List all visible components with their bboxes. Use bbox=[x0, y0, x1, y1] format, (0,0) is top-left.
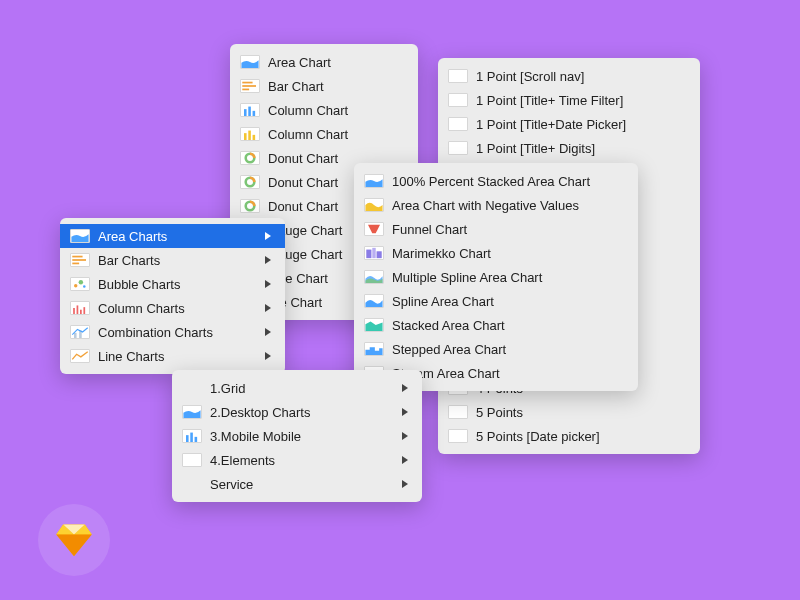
submenu-arrow-icon bbox=[402, 384, 408, 392]
menu-item[interactable]: Area Chart bbox=[230, 50, 418, 74]
svg-marker-37 bbox=[74, 535, 92, 557]
svg-rect-15 bbox=[72, 263, 79, 265]
menu-item[interactable]: 1 Point [Title+ Digits] bbox=[438, 136, 700, 160]
column-chart-icon bbox=[70, 301, 90, 315]
menu-item-desktop-charts[interactable]: 2.Desktop Charts bbox=[172, 400, 422, 424]
menu-item-grid[interactable]: 1.Grid bbox=[172, 376, 422, 400]
donut-chart-icon bbox=[240, 151, 260, 165]
menu-item-bubble-charts[interactable]: Bubble Charts bbox=[60, 272, 285, 296]
submenu-arrow-icon bbox=[402, 432, 408, 440]
menu-item-combination-charts[interactable]: Combination Charts bbox=[60, 320, 285, 344]
chart-categories-panel: Area Charts Bar Charts Bubble Charts Col… bbox=[60, 218, 285, 374]
menu-item-mobile[interactable]: 3.Mobile Mobile bbox=[172, 424, 422, 448]
blank-icon bbox=[448, 141, 468, 155]
menu-item[interactable]: Column Chart bbox=[230, 122, 418, 146]
svg-rect-21 bbox=[80, 310, 82, 314]
menu-item-label: 1 Point [Title+ Time Filter] bbox=[476, 93, 686, 108]
menu-item[interactable]: Funnel Chart bbox=[354, 217, 638, 241]
column-chart-icon bbox=[240, 103, 260, 117]
menu-item[interactable]: Stepped Area Chart bbox=[354, 337, 638, 361]
area-chart-icon bbox=[240, 55, 260, 69]
bar-chart-icon bbox=[240, 79, 260, 93]
menu-item-label: Combination Charts bbox=[98, 325, 249, 340]
stacked-area-icon bbox=[364, 174, 384, 188]
menu-item[interactable]: Stacked Area Chart bbox=[354, 313, 638, 337]
area-negative-icon bbox=[364, 198, 384, 212]
marimekko-chart-icon bbox=[364, 246, 384, 260]
svg-rect-7 bbox=[248, 131, 251, 140]
menu-item-label: 1 Point [Title+ Digits] bbox=[476, 141, 686, 156]
submenu-arrow-icon bbox=[402, 480, 408, 488]
spline-area-icon bbox=[364, 294, 384, 308]
menu-item[interactable]: Column Chart bbox=[230, 98, 418, 122]
menu-item[interactable]: 5 Points bbox=[438, 400, 700, 424]
area-chart-icon bbox=[182, 405, 202, 419]
menu-item-label: 1 Point [Title+Date Picker] bbox=[476, 117, 686, 132]
menu-item[interactable]: Bar Chart bbox=[230, 74, 418, 98]
svg-rect-31 bbox=[195, 437, 198, 442]
menu-item-label: Stream Area Chart bbox=[392, 366, 624, 381]
svg-rect-4 bbox=[248, 107, 251, 116]
svg-rect-26 bbox=[366, 250, 371, 259]
menu-item-label: Area Chart with Negative Values bbox=[392, 198, 624, 213]
svg-point-18 bbox=[83, 285, 86, 288]
menu-item-label: Funnel Chart bbox=[392, 222, 624, 237]
submenu-arrow-icon bbox=[265, 304, 271, 312]
menu-item[interactable]: 1 Point [Title+ Time Filter] bbox=[438, 88, 700, 112]
menu-item-service[interactable]: Service bbox=[172, 472, 422, 496]
menu-item-label: 3.Mobile Mobile bbox=[210, 429, 386, 444]
menu-item[interactable]: 1 Point [Scroll nav] bbox=[438, 64, 700, 88]
svg-rect-20 bbox=[77, 305, 79, 314]
svg-rect-13 bbox=[72, 256, 82, 258]
menu-item[interactable]: Spline Area Chart bbox=[354, 289, 638, 313]
menu-item-label: 1 Point [Scroll nav] bbox=[476, 69, 686, 84]
submenu-arrow-icon bbox=[265, 280, 271, 288]
funnel-chart-icon bbox=[364, 222, 384, 236]
svg-rect-23 bbox=[74, 333, 77, 338]
bubble-chart-icon bbox=[70, 277, 90, 291]
menu-item[interactable]: Multiple Spline Area Chart bbox=[354, 265, 638, 289]
menu-item-label: Spline Area Chart bbox=[392, 294, 624, 309]
menu-item-bar-charts[interactable]: Bar Charts bbox=[60, 248, 285, 272]
blank-icon bbox=[448, 69, 468, 83]
svg-marker-25 bbox=[368, 225, 380, 234]
submenu-arrow-icon bbox=[265, 352, 271, 360]
menu-item-label: Column Chart bbox=[268, 103, 404, 118]
menu-item-label: 4.Elements bbox=[210, 453, 386, 468]
area-charts-submenu-panel: 100% Percent Stacked Area Chart Area Cha… bbox=[354, 163, 638, 391]
menu-item-elements[interactable]: 4.Elements bbox=[172, 448, 422, 472]
menu-item[interactable]: 1 Point [Title+Date Picker] bbox=[438, 112, 700, 136]
blank-icon bbox=[448, 117, 468, 131]
svg-rect-22 bbox=[83, 307, 85, 314]
submenu-arrow-icon bbox=[402, 456, 408, 464]
blank-icon bbox=[182, 453, 202, 467]
stepped-area-icon bbox=[364, 342, 384, 356]
menu-item[interactable]: 5 Points [Date picker] bbox=[438, 424, 700, 448]
menu-item[interactable]: 100% Percent Stacked Area Chart bbox=[354, 169, 638, 193]
column-chart-icon bbox=[240, 127, 260, 141]
menu-item-label: 100% Percent Stacked Area Chart bbox=[392, 174, 624, 189]
menu-item-label: 5 Points bbox=[476, 405, 686, 420]
submenu-arrow-icon bbox=[265, 256, 271, 264]
svg-rect-14 bbox=[72, 259, 86, 261]
submenu-arrow-icon bbox=[265, 328, 271, 336]
menu-item-column-charts[interactable]: Column Charts bbox=[60, 296, 285, 320]
svg-rect-3 bbox=[244, 109, 247, 116]
menu-item-label: Bubble Charts bbox=[98, 277, 249, 292]
menu-item[interactable]: Area Chart with Negative Values bbox=[354, 193, 638, 217]
area-chart-icon bbox=[70, 229, 90, 243]
menu-item-label: Marimekko Chart bbox=[392, 246, 624, 261]
svg-rect-28 bbox=[377, 251, 382, 258]
menu-item-area-charts[interactable]: Area Charts bbox=[60, 224, 285, 248]
menu-item-label: Multiple Spline Area Chart bbox=[392, 270, 624, 285]
svg-marker-36 bbox=[56, 535, 74, 557]
column-chart-icon bbox=[182, 429, 202, 443]
svg-point-16 bbox=[74, 284, 77, 287]
menu-item-label: Bar Chart bbox=[268, 79, 404, 94]
menu-item[interactable]: Marimekko Chart bbox=[354, 241, 638, 265]
menu-item-line-charts[interactable]: Line Charts bbox=[60, 344, 285, 368]
menu-item-label: 5 Points [Date picker] bbox=[476, 429, 686, 444]
root-menu-panel: 1.Grid 2.Desktop Charts 3.Mobile Mobile … bbox=[172, 370, 422, 502]
spline-multi-icon bbox=[364, 270, 384, 284]
combination-chart-icon bbox=[70, 325, 90, 339]
